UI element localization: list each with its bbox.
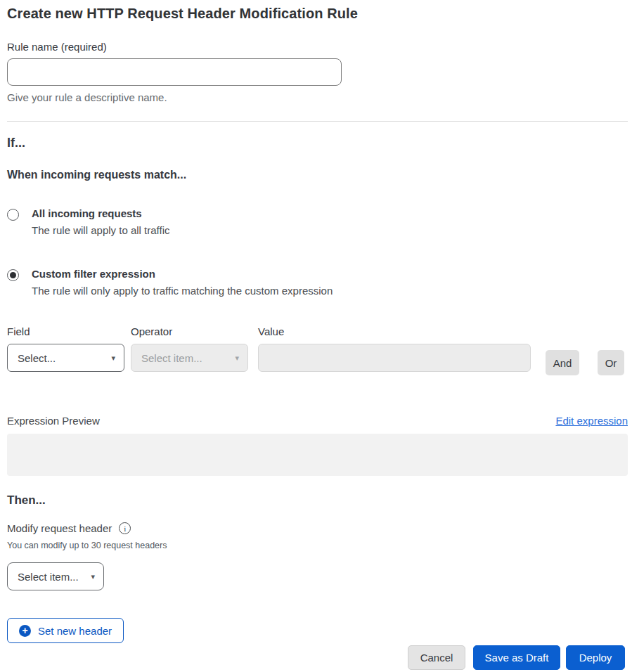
radio-option-custom-expression[interactable]: Custom filter expression The rule will o… [7,268,628,297]
radio-option-texts: All incoming requests The rule will appl… [32,207,169,236]
modify-request-header-label: Modify request header [7,522,112,534]
and-button[interactable]: And [546,350,579,375]
or-button[interactable]: Or [598,350,624,375]
info-icon[interactable]: i [119,522,131,534]
rule-name-helper: Give your rule a descriptive name. [7,91,628,103]
expression-preview-label: Expression Preview [7,415,100,427]
modify-header-row: Modify request header i [7,522,628,534]
set-new-header-button[interactable]: + Set new header [7,618,124,643]
match-subheading: When incoming requests match... [7,169,628,181]
set-new-header-label: Set new header [38,625,112,637]
value-label: Value [258,325,531,337]
create-rule-form: Create new HTTP Request Header Modificat… [0,0,632,670]
chevron-down-icon: ▾ [111,354,115,363]
expression-builder-row: Field Select... ▾ Operator Select item..… [7,325,628,375]
operator-label: Operator [131,325,248,337]
field-label: Field [7,325,124,337]
chevron-down-icon: ▾ [235,354,239,363]
edit-expression-link[interactable]: Edit expression [555,415,628,427]
radio-description: The rule will apply to all traffic [32,224,169,236]
expression-preview-header: Expression Preview Edit expression [7,415,628,427]
save-as-draft-button[interactable]: Save as Draft [473,645,560,670]
value-input [258,344,531,372]
field-select-value: Select... [18,352,56,364]
form-footer: Cancel Save as Draft Deploy [7,645,628,670]
page-title: Create new HTTP Request Header Modificat… [7,6,628,22]
radio-option-texts: Custom filter expression The rule will o… [32,268,333,297]
radio-checked-icon[interactable] [7,269,19,281]
rule-name-label: Rule name (required) [7,41,628,53]
operator-select-value: Select item... [141,352,202,364]
chevron-down-icon: ▾ [91,572,95,581]
then-heading: Then... [7,493,628,508]
rule-name-input[interactable] [7,58,342,86]
radio-option-all-requests[interactable]: All incoming requests The rule will appl… [7,207,628,236]
field-column: Field Select... ▾ [7,325,124,372]
radio-unchecked-icon[interactable] [7,209,19,221]
value-column: Value [258,325,531,372]
header-item-select[interactable]: Select item... ▾ [7,562,104,590]
radio-label: Custom filter expression [32,268,333,280]
field-select[interactable]: Select... ▾ [7,344,124,372]
operator-select: Select item... ▾ [131,344,248,372]
operator-column: Operator Select item... ▾ [131,325,248,372]
expression-preview-box [7,434,628,476]
deploy-button[interactable]: Deploy [566,645,625,670]
section-divider [7,121,628,122]
radio-label: All incoming requests [32,207,169,219]
plus-circle-icon: + [19,625,31,637]
if-heading: If... [7,136,628,150]
radio-description: The rule will only apply to traffic matc… [32,285,333,297]
cancel-button[interactable]: Cancel [408,645,465,670]
header-item-select-value: Select item... [18,571,79,583]
modify-header-helper: You can modify up to 30 request headers [7,541,628,550]
